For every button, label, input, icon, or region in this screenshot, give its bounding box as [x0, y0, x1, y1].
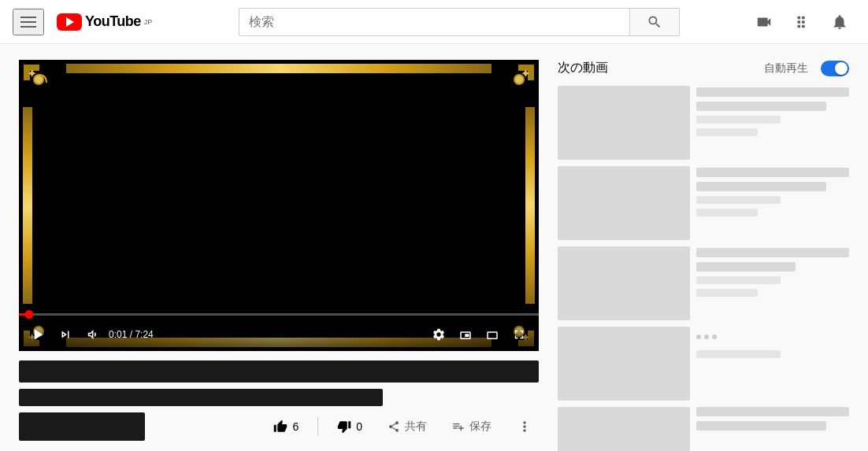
next-icon [58, 327, 72, 342]
rec-info [696, 246, 849, 320]
fullscreen-button[interactable] [509, 324, 529, 345]
apps-button[interactable] [786, 6, 818, 38]
video-meta-bar [19, 389, 383, 406]
autoplay-label: 自動再生 [764, 61, 808, 76]
frame-right [525, 107, 535, 304]
more-icon [517, 419, 532, 434]
rec-sub-line-2 [696, 289, 758, 297]
header-left: YouTubeJP [13, 9, 170, 35]
rec-thumbnail [558, 86, 690, 160]
rec-title-line-2 [696, 102, 826, 111]
hamburger-menu[interactable] [13, 9, 44, 35]
frame-left [23, 107, 32, 304]
next-button[interactable] [55, 324, 76, 345]
time-current: 0:01 [109, 329, 127, 340]
mute-button[interactable] [82, 324, 102, 345]
rec-thumbnail [558, 407, 690, 451]
svg-point-2 [514, 75, 524, 84]
rec-item[interactable] [558, 86, 849, 160]
dislike-icon [337, 420, 351, 434]
video-section: ✦ ✦ ✦ [19, 60, 539, 451]
create-icon [755, 13, 773, 31]
rec-thumbnail [558, 327, 690, 401]
rec-info [696, 166, 849, 240]
video-player[interactable]: ✦ ✦ ✦ [19, 60, 539, 351]
rec-title-line [696, 87, 849, 97]
share-label: 共有 [405, 420, 427, 434]
video-controls: 0:01 / 7:24 [19, 318, 539, 351]
rec-info [696, 327, 849, 401]
search-button[interactable] [629, 8, 680, 36]
miniplayer-icon [458, 327, 473, 342]
play-button[interactable] [28, 324, 49, 345]
settings-icon [432, 327, 446, 342]
save-button[interactable]: 保存 [446, 415, 498, 438]
save-label: 保存 [469, 420, 491, 434]
more-button[interactable] [510, 416, 539, 438]
rec-sub-line [696, 350, 781, 358]
header-right [748, 6, 855, 38]
apps-icon [793, 13, 811, 31]
theater-icon [485, 327, 499, 342]
autoplay-switch[interactable] [821, 61, 849, 76]
volume-icon [85, 327, 99, 342]
video-info: 6 0 共有 [19, 351, 539, 450]
video-actions-row: 6 0 共有 [19, 412, 539, 441]
rec-title-line [696, 248, 849, 257]
rec-info [696, 407, 849, 451]
search-input[interactable] [239, 8, 629, 36]
share-button[interactable]: 共有 [381, 415, 433, 438]
dislike-button[interactable]: 0 [331, 415, 369, 438]
rec-sub-line-2 [696, 128, 758, 136]
next-label: 次の動画 [558, 60, 608, 76]
rec-title-line [696, 407, 849, 416]
share-icon [388, 420, 400, 433]
svg-marker-8 [35, 329, 43, 340]
logo-sup: JP [144, 18, 153, 26]
rec-title-line-2 [696, 421, 826, 431]
rec-item[interactable] [558, 166, 849, 240]
create-button[interactable] [748, 6, 780, 38]
progress-bar[interactable] [19, 313, 539, 316]
rec-sub-line [696, 276, 781, 284]
search-icon [647, 14, 662, 30]
rec-item[interactable] [558, 327, 849, 401]
dislike-count: 0 [356, 420, 362, 433]
like-divider [317, 417, 318, 436]
corner-tl: ✦ [23, 64, 70, 111]
dot [712, 335, 717, 339]
main-content: ✦ ✦ ✦ [0, 44, 868, 451]
notifications-button[interactable] [824, 6, 855, 38]
rec-item[interactable] [558, 246, 849, 320]
video-frame-border: ✦ ✦ ✦ [19, 60, 539, 351]
rec-sub-line [696, 116, 781, 124]
logo-link[interactable]: YouTubeJP [57, 13, 152, 31]
notifications-icon [831, 13, 848, 31]
svg-text:✦: ✦ [521, 67, 531, 80]
autoplay-toggle: 自動再生 [764, 61, 849, 76]
rec-thumbnail [558, 246, 690, 320]
time-total: 7:24 [135, 329, 153, 340]
theater-button[interactable] [482, 324, 503, 345]
rec-title-line-2 [696, 262, 796, 272]
rec-title-line-2 [696, 182, 826, 191]
like-icon [273, 420, 287, 434]
play-icon [32, 327, 46, 342]
dot [704, 335, 709, 339]
sidebar: 次の動画 自動再生 [539, 60, 849, 451]
rec-sub-line [696, 196, 781, 204]
video-title-bar [19, 360, 539, 383]
sidebar-header: 次の動画 自動再生 [558, 60, 849, 76]
youtube-logo-icon [57, 13, 82, 31]
rec-item[interactable] [558, 407, 849, 451]
loading-dots [696, 328, 849, 346]
svg-text:✦: ✦ [27, 67, 37, 80]
rec-title-line [696, 168, 849, 177]
progress-dot [25, 310, 34, 319]
miniplayer-button[interactable] [455, 324, 476, 345]
dot [696, 335, 701, 339]
settings-button[interactable] [428, 324, 449, 345]
frame-top [66, 64, 491, 73]
like-count: 6 [292, 420, 299, 433]
like-button[interactable]: 6 [267, 415, 305, 438]
